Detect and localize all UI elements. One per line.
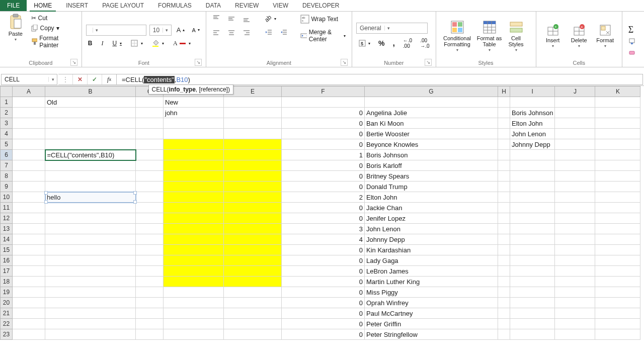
cell-A2[interactable] — [13, 108, 45, 118]
cell-J14[interactable] — [555, 234, 595, 245]
cell-G20[interactable]: Oprah Winfrey — [365, 298, 498, 308]
cell-K11[interactable] — [595, 203, 640, 213]
cell-I12[interactable] — [510, 213, 555, 224]
cell-E11[interactable] — [224, 203, 282, 213]
cell-G15[interactable]: Kin Kardashian — [365, 245, 498, 255]
cell-E5[interactable] — [224, 139, 282, 150]
cell-K2[interactable] — [595, 108, 640, 118]
cell-B23[interactable] — [45, 329, 136, 340]
cell-B8[interactable] — [45, 171, 136, 182]
cell-F23[interactable]: 0 — [282, 329, 365, 340]
decrease-decimal-button[interactable]: .00→.0 — [418, 37, 431, 50]
cell-E20[interactable] — [224, 298, 282, 308]
cell-G13[interactable]: John Lenon — [365, 224, 498, 234]
cell-E10[interactable] — [224, 192, 282, 203]
cell-J2[interactable] — [555, 108, 595, 118]
cell-J5[interactable] — [555, 139, 595, 150]
dialog-launcher-icon[interactable]: ↘ — [341, 59, 348, 66]
cell-F18[interactable]: 0 — [282, 277, 365, 287]
row-header-10[interactable]: 10 — [1, 192, 13, 203]
cell-G1[interactable] — [365, 97, 498, 108]
cell-F3[interactable]: 0 — [282, 118, 365, 129]
tab-review[interactable]: REVIEW — [228, 0, 266, 11]
cell-D20[interactable] — [164, 298, 224, 308]
cell-E21[interactable] — [224, 308, 282, 319]
cell-C12[interactable] — [136, 213, 164, 224]
cell-A23[interactable] — [13, 329, 45, 340]
cell-C5[interactable] — [136, 139, 164, 150]
row-header-20[interactable]: 20 — [1, 298, 13, 308]
cell-K17[interactable] — [595, 266, 640, 277]
cell-B7[interactable] — [45, 160, 136, 171]
autosum-button[interactable]: Σ — [626, 24, 635, 36]
cell-F10[interactable]: 2 — [282, 192, 365, 203]
cell-D8[interactable] — [164, 171, 224, 182]
cell-H7[interactable] — [498, 160, 510, 171]
cell-K14[interactable] — [595, 234, 640, 245]
cell-E15[interactable] — [224, 245, 282, 255]
font-name-dropdown[interactable]: ▾ — [86, 25, 146, 36]
increase-decimal-button[interactable]: ←.0.00 — [401, 37, 414, 50]
cell-I9[interactable] — [510, 182, 555, 192]
cell-E16[interactable] — [224, 255, 282, 266]
cell-K22[interactable] — [595, 319, 640, 329]
wrap-text-button[interactable]: abc Wrap Text — [298, 14, 348, 25]
row-header-1[interactable]: 1 — [1, 97, 13, 108]
cell-J3[interactable] — [555, 118, 595, 129]
col-header-F[interactable]: F — [282, 86, 365, 97]
cell-J19[interactable] — [555, 287, 595, 298]
cell-C22[interactable] — [136, 319, 164, 329]
cell-J11[interactable] — [555, 203, 595, 213]
fill-button[interactable] — [626, 37, 637, 46]
cell-E3[interactable] — [224, 118, 282, 129]
cell-J15[interactable] — [555, 245, 595, 255]
cell-B21[interactable] — [45, 308, 136, 319]
cell-F1[interactable] — [282, 97, 365, 108]
increase-font-button[interactable]: A▴ — [175, 25, 187, 35]
row-header-18[interactable]: 18 — [1, 277, 13, 287]
cell-B15[interactable] — [45, 245, 136, 255]
cell-H6[interactable] — [498, 150, 510, 160]
align-left-button[interactable] — [210, 28, 222, 38]
cell-C15[interactable] — [136, 245, 164, 255]
row-header-5[interactable]: 5 — [1, 139, 13, 150]
cell-F22[interactable]: 0 — [282, 319, 365, 329]
cell-I4[interactable]: John Lenon — [510, 129, 555, 139]
italic-button[interactable]: I — [99, 39, 105, 48]
cell-G9[interactable]: Donald Trump — [365, 182, 498, 192]
cell-D16[interactable] — [164, 255, 224, 266]
cell-I19[interactable] — [510, 287, 555, 298]
cell-I2[interactable]: Boris Johnson — [510, 108, 555, 118]
row-header-6[interactable]: 6 — [1, 150, 13, 160]
cell-E18[interactable] — [224, 277, 282, 287]
row-header-9[interactable]: 9 — [1, 182, 13, 192]
cell-G3[interactable]: Ban Ki Moon — [365, 118, 498, 129]
cell-B18[interactable] — [45, 277, 136, 287]
row-header-14[interactable]: 14 — [1, 234, 13, 245]
cell-H18[interactable] — [498, 277, 510, 287]
cell-B17[interactable] — [45, 266, 136, 277]
row-header-13[interactable]: 13 — [1, 224, 13, 234]
cell-I6[interactable] — [510, 150, 555, 160]
cell-F11[interactable]: 0 — [282, 203, 365, 213]
row-header-17[interactable]: 17 — [1, 266, 13, 277]
decrease-font-button[interactable]: A▾ — [190, 26, 201, 34]
cell-J18[interactable] — [555, 277, 595, 287]
cell-H14[interactable] — [498, 234, 510, 245]
cell-H13[interactable] — [498, 224, 510, 234]
cell-C4[interactable] — [136, 129, 164, 139]
cell-I8[interactable] — [510, 171, 555, 182]
align-right-button[interactable] — [240, 28, 253, 38]
cell-D12[interactable] — [164, 213, 224, 224]
cell-H12[interactable] — [498, 213, 510, 224]
tab-file[interactable]: FILE — [0, 0, 27, 11]
cell-C16[interactable] — [136, 255, 164, 266]
cell-I7[interactable] — [510, 160, 555, 171]
cell-C8[interactable] — [136, 171, 164, 182]
cell-H17[interactable] — [498, 266, 510, 277]
cell-F13[interactable]: 3 — [282, 224, 365, 234]
row-header-8[interactable]: 8 — [1, 171, 13, 182]
format-painter-button[interactable]: Format Painter — [29, 34, 77, 50]
tab-page-layout[interactable]: PAGE LAYOUT — [95, 0, 151, 11]
cell-C13[interactable] — [136, 224, 164, 234]
